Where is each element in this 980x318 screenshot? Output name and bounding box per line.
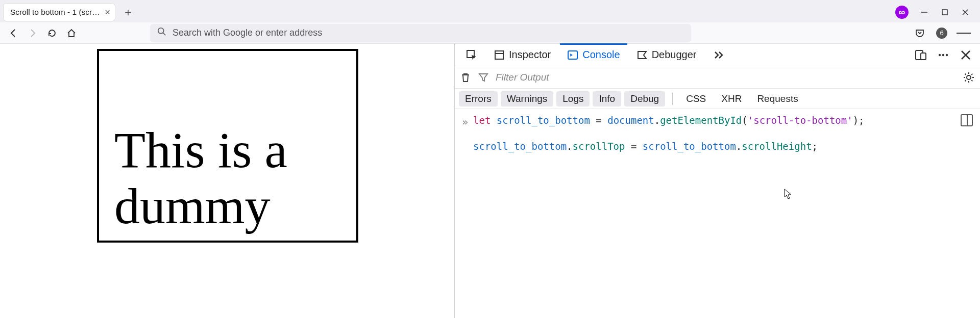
devtools-tabs: Inspector Console Debugger: [455, 44, 980, 66]
inspector-icon: [494, 49, 505, 61]
filter-icon: [478, 72, 488, 83]
inspect-cursor-icon: [466, 49, 477, 61]
address-bar-placeholder: Search with Google or enter address: [173, 28, 322, 38]
devtools-menu-icon[interactable]: [937, 49, 949, 61]
svg-point-13: [942, 54, 944, 56]
cat-css[interactable]: CSS: [680, 91, 712, 107]
maximize-button[interactable]: [940, 8, 949, 17]
minimize-button[interactable]: [920, 8, 929, 17]
nav-toolbar: Search with Google or enter address 6: [0, 22, 980, 44]
category-separator: [672, 93, 673, 105]
cat-info[interactable]: Info: [593, 91, 621, 107]
console-input-row: » let scroll_to_bottom = document.getEle…: [462, 114, 973, 153]
cat-logs[interactable]: Logs: [556, 91, 590, 107]
forward-button[interactable]: [26, 26, 40, 40]
tab-console[interactable]: Console: [560, 44, 627, 66]
tab-inspector-label: Inspector: [509, 49, 551, 61]
filter-output-input[interactable]: [496, 72, 955, 83]
reload-button[interactable]: [45, 26, 59, 40]
split-editor-icon[interactable]: [961, 114, 973, 126]
page-viewport: This is a dummy: [0, 44, 454, 318]
scroll-demo-box: This is a dummy: [97, 49, 358, 243]
svg-point-4: [158, 28, 164, 34]
tab-debugger[interactable]: Debugger: [629, 44, 704, 66]
svg-point-17: [967, 75, 971, 80]
close-devtools-icon[interactable]: [960, 49, 972, 61]
close-tab-icon[interactable]: ×: [105, 7, 110, 18]
prompt-chevron-icon: »: [462, 114, 468, 129]
console-categories: Errors Warnings Logs Info Debug CSS XHR …: [455, 89, 980, 109]
clear-console-icon[interactable]: [460, 72, 471, 83]
tab-title: Scroll to bottom - 1 (scrollTop and: [10, 8, 101, 17]
account-badge-icon[interactable]: ∞: [895, 6, 909, 19]
responsive-mode-icon[interactable]: [915, 49, 927, 61]
svg-rect-1: [942, 10, 947, 15]
search-icon: [157, 27, 166, 39]
chevron-double-right-icon: [713, 49, 724, 61]
notification-count-badge[interactable]: 6: [936, 28, 947, 39]
address-bar[interactable]: Search with Google or enter address: [150, 24, 691, 42]
console-code[interactable]: let scroll_to_bottom = document.getEleme…: [473, 114, 865, 153]
console-filter-row: [455, 66, 980, 89]
svg-rect-11: [921, 53, 926, 60]
tab-inspector[interactable]: Inspector: [486, 44, 558, 66]
tab-console-label: Console: [582, 49, 620, 61]
browser-tab[interactable]: Scroll to bottom - 1 (scrollTop and ×: [3, 3, 115, 21]
cat-requests[interactable]: Requests: [751, 91, 804, 107]
demo-text: This is a dummy: [99, 51, 356, 241]
app-menu-button[interactable]: [957, 26, 971, 40]
debugger-icon: [636, 49, 648, 61]
cat-xhr[interactable]: XHR: [715, 91, 748, 107]
cat-errors[interactable]: Errors: [459, 91, 498, 107]
svg-rect-9: [568, 51, 577, 59]
window-controls: ∞: [895, 6, 977, 19]
console-icon: [567, 49, 578, 61]
new-tab-button[interactable]: ＋: [122, 5, 134, 20]
close-window-button[interactable]: [961, 8, 970, 17]
scroll-demo-scrollable[interactable]: This is a dummy: [99, 51, 356, 241]
cat-warnings[interactable]: Warnings: [501, 91, 554, 107]
svg-point-12: [939, 54, 941, 56]
main-split: This is a dummy Inspector Con: [0, 44, 980, 318]
tab-debugger-label: Debugger: [652, 49, 697, 61]
svg-rect-8: [495, 51, 503, 54]
home-button[interactable]: [64, 26, 79, 40]
tab-strip: Scroll to bottom - 1 (scrollTop and × ＋ …: [0, 0, 980, 22]
svg-rect-7: [495, 51, 503, 59]
devtools-panel: Inspector Console Debugger: [454, 44, 980, 318]
pick-element-button[interactable]: [459, 44, 484, 66]
cat-debug[interactable]: Debug: [624, 91, 665, 107]
console-output[interactable]: » let scroll_to_bottom = document.getEle…: [455, 109, 980, 318]
toolbar-right-icons: 6: [913, 26, 974, 40]
pocket-icon[interactable]: [913, 26, 927, 40]
console-settings-icon[interactable]: [963, 71, 975, 84]
svg-line-5: [163, 33, 166, 36]
tab-overflow[interactable]: [706, 44, 731, 66]
svg-point-14: [946, 54, 948, 56]
back-button[interactable]: [6, 26, 20, 40]
